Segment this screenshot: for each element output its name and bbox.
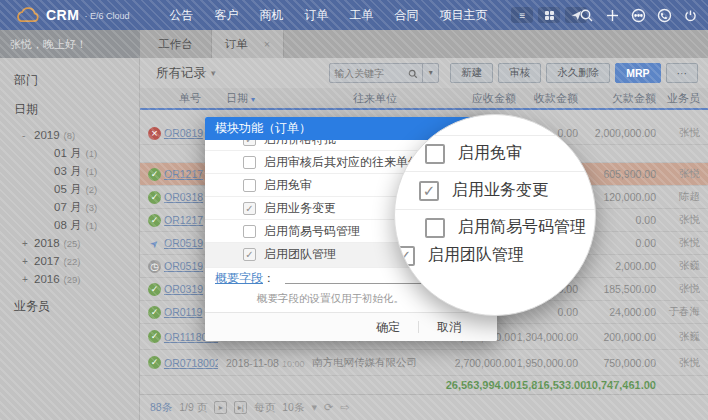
magnified-option-row: 启用简易号码管理 [395, 209, 595, 245]
plus-icon[interactable] [605, 8, 620, 23]
tree-expander-icon[interactable]: - [22, 130, 34, 141]
col-date[interactable]: 日期 ▾ [218, 91, 312, 106]
last-page-button[interactable]: ▸| [234, 401, 247, 414]
tree-item[interactable]: 07 月 (3) [0, 198, 139, 216]
mrp-button[interactable]: MRP [615, 63, 660, 83]
nav-item[interactable]: 合同 [394, 7, 418, 24]
cloud-icon [14, 7, 40, 24]
company-name: 南方电网传媒有限公司 [312, 356, 438, 370]
tab-close-icon[interactable]: × [264, 38, 270, 50]
col-order-no[interactable]: 单号 [162, 91, 218, 106]
per-page-dropdown-icon[interactable]: ▾ [311, 401, 317, 414]
table-row[interactable]: OR0718002 2018-11-0810:00 南方电网传媒有限公司 2,7… [140, 350, 708, 376]
tree-count: (3) [86, 202, 98, 213]
tree-count: (2) [86, 184, 98, 195]
next-page-button[interactable]: ▸ [214, 401, 227, 414]
checkbox[interactable] [243, 179, 256, 192]
page-indicator: 1/9 页 [179, 401, 207, 415]
tree-expander-icon[interactable]: + [22, 274, 34, 285]
tree-item[interactable]: 01 月 (1) [0, 144, 139, 162]
salesperson: 张悦 [656, 356, 700, 370]
sidebar-section-salesperson[interactable]: 业务员 [0, 292, 139, 321]
sidebar-section-date[interactable]: 日期 [0, 95, 139, 124]
new-button[interactable]: 新建 [450, 63, 493, 83]
total-received: 15,816,533.00 [516, 379, 578, 391]
power-icon[interactable] [683, 8, 698, 23]
tree-count: (1) [86, 148, 98, 159]
tree-count: (29) [64, 274, 81, 285]
search-dropdown-icon[interactable]: ▾ [422, 64, 438, 82]
magnified-option-label: 启用业务变更 [452, 180, 548, 201]
modal-footer: 确定 取消 [205, 312, 497, 341]
checkbox[interactable] [243, 225, 256, 238]
permanent-delete-button[interactable]: 永久删除 [546, 63, 610, 83]
row-status-icon [148, 356, 161, 369]
col-owed[interactable]: 欠款金额 [578, 91, 656, 106]
nav-item[interactable]: 公告 [169, 7, 193, 24]
record-filter[interactable]: 所有记录 ▾ [156, 65, 216, 82]
tree-expander-icon[interactable]: + [22, 238, 34, 249]
magnified-checkbox[interactable] [419, 181, 439, 201]
tree-item[interactable]: - 2019 (8) [0, 126, 139, 144]
checkbox[interactable] [243, 248, 256, 261]
nav-item[interactable]: 商机 [259, 7, 283, 24]
tree-item[interactable]: + 2017 (22) [0, 252, 139, 270]
order-number-link[interactable]: OR0718002 [162, 357, 218, 369]
col-receivable[interactable]: 应收金额 [438, 91, 516, 106]
col-company[interactable]: 往来单位 [312, 91, 438, 106]
nav-item[interactable]: 订单 [304, 7, 328, 24]
sidebar-section-department[interactable]: 部门 [0, 66, 139, 95]
nav-item[interactable]: 项目主页 [439, 7, 487, 24]
magnified-checkbox[interactable] [425, 218, 445, 238]
tree-expander-icon[interactable]: + [22, 256, 34, 267]
owed-amount: 185,500.00 [578, 283, 656, 295]
tree-item[interactable]: 03 月 (1) [0, 162, 139, 180]
nav-item[interactable]: 客户 [214, 7, 238, 24]
checkbox[interactable] [243, 202, 256, 215]
owed-amount: 750,000.00 [578, 357, 656, 369]
tree-item[interactable]: 05 月 (2) [0, 180, 139, 198]
tree-count: (1) [86, 220, 98, 231]
col-received[interactable]: 收款金额 [516, 91, 578, 106]
forward-icon[interactable]: ⇨ [340, 401, 349, 414]
salesperson: 张悦 [656, 167, 700, 181]
salesperson: 张悦 [656, 126, 700, 140]
magnified-checkbox[interactable] [425, 144, 445, 164]
tree-item[interactable]: + 2018 (25) [0, 234, 139, 252]
total-receivable: 26,563,994.00 [438, 379, 516, 391]
topbar-actions [579, 0, 698, 30]
search-icon[interactable] [404, 64, 422, 82]
more-icon[interactable] [631, 8, 646, 23]
row-status-icon [148, 283, 161, 296]
tree-item[interactable]: + 2016 (29) [0, 270, 139, 288]
tree-label: 01 月 [54, 146, 82, 161]
sort-desc-icon: ▾ [251, 95, 255, 104]
tree-label: 03 月 [54, 164, 82, 179]
per-page-value[interactable]: 10条 [282, 401, 304, 415]
magnified-option-row: 启用业务变更 [395, 171, 595, 209]
search-input[interactable] [330, 68, 404, 79]
checkbox[interactable] [243, 156, 256, 169]
row-status-icon [148, 260, 161, 273]
more-actions-button[interactable]: ··· [666, 63, 699, 83]
ok-button[interactable]: 确定 [370, 319, 406, 336]
cancel-button[interactable]: 取消 [431, 319, 467, 336]
salesperson: 张悦 [656, 213, 700, 227]
option-label: 启用简易号码管理 [264, 223, 360, 240]
grid-view-icon[interactable] [538, 7, 560, 23]
row-status-icon [148, 168, 161, 181]
nav-item[interactable]: 工单 [349, 7, 373, 24]
search-icon[interactable] [579, 8, 594, 23]
tree-item[interactable]: 08 月 (1) [0, 216, 139, 234]
list-view-icon[interactable]: ≡ [511, 7, 533, 23]
refresh-icon[interactable]: ⟳ [324, 401, 333, 414]
audit-button[interactable]: 审核 [498, 63, 541, 83]
col-salesperson[interactable]: 业务员 [656, 91, 700, 106]
receivable-amount: 2,700,000.00 [438, 357, 516, 369]
summary-field-link[interactable]: 概要字段 [215, 270, 263, 287]
row-status-icon [148, 127, 161, 140]
tab-orders[interactable]: 订单 × [212, 30, 284, 58]
checkbox[interactable] [243, 140, 256, 146]
tab-workbench[interactable]: 工作台 [140, 30, 212, 58]
phone-icon[interactable] [657, 8, 672, 23]
